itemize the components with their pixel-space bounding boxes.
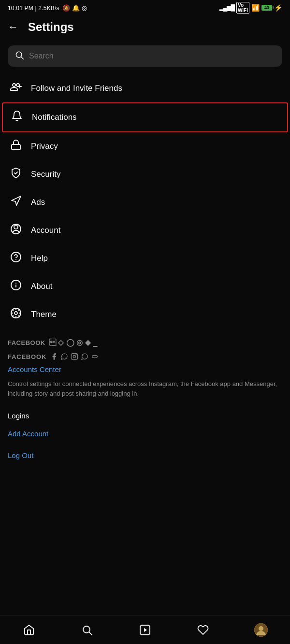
add-account-link[interactable]: Add Account [0, 423, 290, 444]
search-input[interactable] [29, 52, 276, 60]
facebook-label: FACEBOOK [8, 353, 46, 360]
nav-profile[interactable] [232, 615, 290, 644]
settings-item-ads[interactable]: Ads [2, 188, 288, 216]
main-content: Follow and Invite Friends Notifications … [0, 74, 290, 500]
svg-point-17 [76, 355, 76, 355]
svg-point-18 [92, 355, 98, 358]
nav-activity[interactable] [174, 615, 232, 644]
nav-search[interactable] [58, 615, 116, 644]
search-bar[interactable] [8, 45, 282, 67]
settings-list: Follow and Invite Friends Notifications … [0, 74, 290, 329]
home-icon [23, 624, 35, 636]
help-label: Help [31, 254, 48, 263]
header: ← Settings [0, 15, 290, 42]
search-icon [14, 50, 24, 62]
battery-icon: 43 [261, 5, 272, 11]
svg-line-20 [89, 632, 92, 635]
svg-point-14 [14, 312, 17, 315]
fb-social-icons [50, 353, 99, 360]
nav-home[interactable] [0, 615, 58, 644]
settings-item-follow-invite[interactable]: Follow and Invite Friends [2, 74, 288, 102]
settings-item-privacy[interactable]: Privacy [2, 132, 288, 160]
reels-icon [139, 624, 151, 636]
logins-label: Logins [0, 405, 290, 423]
status-icons: ▂▄▆█ VoWiFi 📶 43 ⚡ [219, 2, 282, 14]
theme-label: Theme [31, 310, 57, 319]
svg-point-24 [259, 626, 263, 631]
bell-icon [11, 110, 23, 125]
page-title: Settings [28, 20, 74, 34]
about-icon [10, 279, 22, 294]
ads-icon [10, 195, 22, 210]
status-bar: 10:01 PM | 2.5KB/s 🔕 🔔 ◎ ▂▄▆█ VoWiFi 📶 4… [0, 0, 290, 15]
svg-point-7 [11, 252, 21, 262]
settings-item-notifications[interactable]: Notifications [2, 102, 288, 132]
log-out-link[interactable]: Log Out [0, 444, 290, 466]
privacy-label: Privacy [31, 142, 58, 151]
notifications-label: Notifications [32, 113, 77, 122]
ads-label: Ads [31, 198, 45, 207]
svg-point-5 [14, 225, 18, 229]
facebook-section-label: FACEBOOK  ◇ ◯ ◎ ◆ ⎯ [0, 329, 290, 351]
svg-marker-22 [144, 628, 147, 632]
about-label: About [31, 282, 52, 291]
theme-icon [10, 307, 22, 322]
accounts-center-link[interactable]: Accounts Center [0, 362, 290, 376]
follow-icon [10, 81, 22, 96]
facebook-brand-icons:  ◇ ◯ ◎ ◆ ⎯ [49, 338, 98, 347]
status-time-network: 10:01 PM | 2.5KB/s 🔕 🔔 ◎ [8, 4, 87, 12]
nav-reels[interactable] [116, 615, 174, 644]
accounts-center-description: Control settings for connected experienc… [0, 376, 290, 405]
settings-item-account[interactable]: Account [2, 216, 288, 244]
settings-item-theme[interactable]: Theme [2, 301, 288, 329]
svg-line-1 [21, 57, 24, 59]
shield-icon [10, 167, 22, 182]
search-icon [81, 624, 93, 636]
settings-item-about[interactable]: About [2, 272, 288, 301]
heart-icon [197, 624, 209, 636]
account-label: Account [31, 226, 60, 235]
back-button[interactable]: ← [8, 21, 18, 33]
settings-item-security[interactable]: Security [2, 160, 288, 188]
lock-icon [10, 139, 22, 154]
svg-point-12 [16, 283, 16, 284]
settings-item-help[interactable]: Help [2, 244, 288, 272]
svg-rect-15 [71, 353, 77, 359]
profile-avatar [254, 623, 268, 637]
svg-point-16 [73, 355, 75, 358]
security-label: Security [31, 170, 60, 179]
facebook-section-header: FACEBOOK [0, 351, 290, 362]
svg-rect-4 [12, 144, 20, 150]
help-icon [10, 251, 22, 266]
follow-invite-label: Follow and Invite Friends [31, 84, 122, 93]
account-icon [10, 223, 22, 238]
bottom-nav [0, 615, 290, 644]
